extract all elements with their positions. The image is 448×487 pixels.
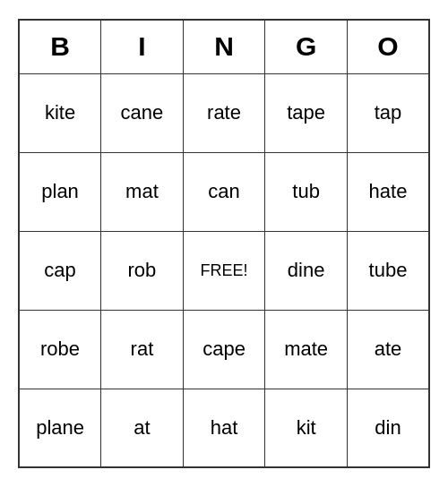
bingo-row-4: planeathatkitdin (19, 389, 429, 467)
bingo-cell-0-0: kite (19, 73, 101, 152)
bingo-row-3: roberatcapemateate (19, 310, 429, 389)
header-col-g: G (265, 20, 348, 73)
bingo-cell-4-1: at (101, 389, 184, 467)
bingo-header-row: BINGO (19, 20, 429, 73)
header-col-n: N (183, 20, 265, 73)
bingo-cell-2-2: FREE! (183, 231, 265, 310)
bingo-cell-2-4: tube (347, 231, 429, 310)
bingo-cell-4-0: plane (19, 389, 101, 467)
bingo-cell-1-2: can (183, 152, 265, 231)
bingo-cell-1-4: hate (347, 152, 429, 231)
bingo-cell-3-4: ate (347, 310, 429, 389)
bingo-row-0: kitecaneratetapetap (19, 73, 429, 152)
bingo-cell-3-1: rat (101, 310, 184, 389)
bingo-cell-0-2: rate (183, 73, 265, 152)
bingo-cell-3-0: robe (19, 310, 101, 389)
bingo-cell-4-2: hat (183, 389, 265, 467)
header-col-b: B (19, 20, 101, 73)
bingo-cell-2-0: cap (19, 231, 101, 310)
bingo-cell-3-3: mate (265, 310, 348, 389)
bingo-cell-1-1: mat (101, 152, 184, 231)
bingo-cell-0-1: cane (101, 73, 184, 152)
bingo-cell-1-3: tub (265, 152, 348, 231)
bingo-cell-0-3: tape (265, 73, 348, 152)
bingo-cell-2-3: dine (265, 231, 348, 310)
bingo-cell-1-0: plan (19, 152, 101, 231)
bingo-cell-0-4: tap (347, 73, 429, 152)
bingo-row-2: caprobFREE!dinetube (19, 231, 429, 310)
bingo-cell-3-2: cape (183, 310, 265, 389)
bingo-row-1: planmatcantubhate (19, 152, 429, 231)
bingo-cell-4-3: kit (265, 389, 348, 467)
header-col-i: I (101, 20, 184, 73)
header-col-o: O (347, 20, 429, 73)
bingo-cell-4-4: din (347, 389, 429, 467)
bingo-card: BINGO kitecaneratetapetapplanmatcantubha… (18, 19, 430, 468)
bingo-cell-2-1: rob (101, 231, 184, 310)
